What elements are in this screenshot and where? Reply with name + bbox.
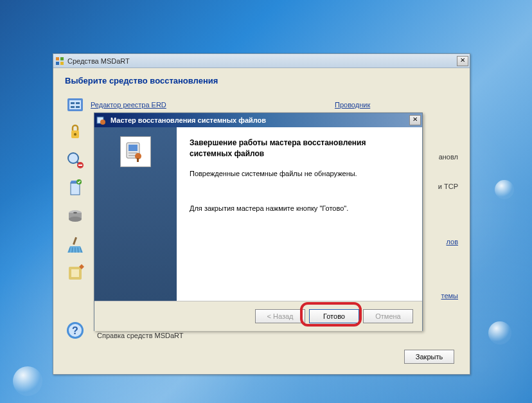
sweep-icon xyxy=(65,235,85,255)
svg-point-12 xyxy=(68,153,78,163)
disk-wipe-icon xyxy=(65,178,85,199)
help-description: Справка средств MSDaRT xyxy=(97,332,184,339)
wizard-content: Завершение работы мастера восстановления… xyxy=(177,127,422,301)
svg-rect-16 xyxy=(71,183,80,195)
app-icon xyxy=(55,56,65,66)
tool-link-erd[interactable]: Редактор реестра ERD xyxy=(91,101,166,109)
svg-point-34 xyxy=(100,120,105,125)
svg-rect-29 xyxy=(71,269,79,277)
wizard-status-text: Поврежденные системные файлы не обнаруже… xyxy=(190,170,409,177)
partial-text: и TCP xyxy=(438,183,458,190)
cancel-button: Отмена xyxy=(363,309,413,323)
partial-link[interactable]: лов xyxy=(446,238,458,246)
close-tools-button[interactable]: Закрыть xyxy=(404,350,454,364)
svg-rect-7 xyxy=(76,102,80,104)
finish-button[interactable]: Готово xyxy=(309,309,359,323)
wizard-hero-icon xyxy=(120,136,151,167)
svg-rect-37 xyxy=(129,152,137,154)
svg-rect-9 xyxy=(76,106,80,108)
back-button: < Назад xyxy=(255,309,305,323)
crash-analyzer-icon xyxy=(65,150,85,170)
wizard-titlebar[interactable]: Мастер восстановления системных файлов ✕ xyxy=(94,113,422,127)
hotfix-uninstall-icon xyxy=(65,263,85,283)
svg-rect-2 xyxy=(56,62,59,65)
svg-point-20 xyxy=(69,217,82,222)
help-icon: ? xyxy=(65,320,85,341)
wizard-footer: < Назад Готово Отмена xyxy=(94,301,422,331)
wizard-close-button[interactable]: ✕ xyxy=(409,115,421,125)
svg-rect-3 xyxy=(60,62,64,65)
parent-titlebar[interactable]: Средства MSDaRT ✕ xyxy=(53,54,470,68)
parent-close-button[interactable]: ✕ xyxy=(457,56,468,66)
parent-title: Средства MSDaRT xyxy=(67,57,457,65)
svg-text:?: ? xyxy=(72,325,78,336)
svg-rect-0 xyxy=(56,57,59,60)
sfc-wizard-window: Мастер восстановления системных файлов ✕… xyxy=(94,112,423,331)
wizard-heading: Завершение работы мастера восстановления… xyxy=(190,138,409,159)
partial-text: ановл xyxy=(439,153,458,161)
wizard-app-icon xyxy=(96,115,106,125)
registry-editor-icon xyxy=(65,94,85,115)
disk-commander-icon xyxy=(65,206,85,227)
tool-link-explorer[interactable]: Проводник xyxy=(335,101,370,109)
svg-rect-6 xyxy=(71,102,75,104)
svg-rect-36 xyxy=(129,145,137,151)
svg-point-11 xyxy=(74,133,76,136)
wizard-sidebar xyxy=(94,127,177,301)
svg-point-21 xyxy=(73,212,77,213)
wizard-instruction-text: Для закрытия мастера нажмите кнопку "Гот… xyxy=(190,204,409,212)
locksmith-icon xyxy=(65,121,85,142)
svg-rect-8 xyxy=(71,106,75,108)
svg-rect-39 xyxy=(137,158,139,162)
svg-rect-22 xyxy=(73,237,77,245)
partial-link[interactable]: темы xyxy=(441,292,458,300)
section-heading: Выберите средство восстановления xyxy=(65,76,458,85)
wizard-title: Мастер восстановления системных файлов xyxy=(109,116,409,124)
svg-rect-1 xyxy=(60,57,64,60)
